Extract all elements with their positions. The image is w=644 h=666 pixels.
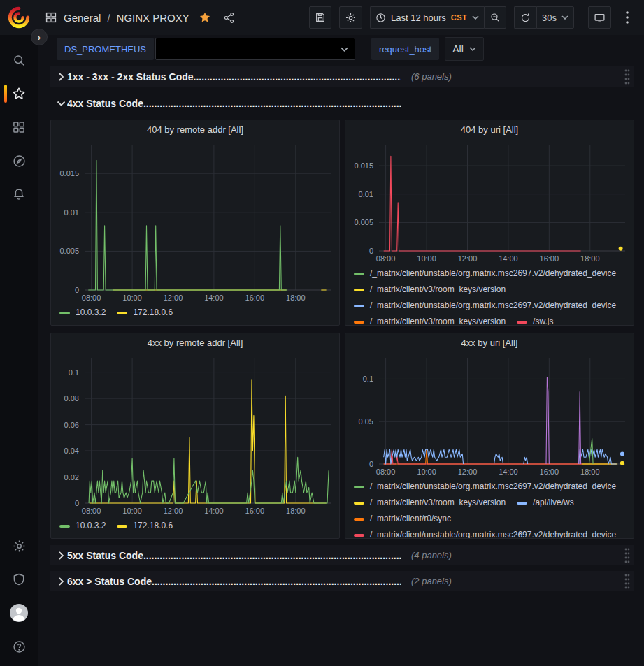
- sidebar-expand-toggle[interactable]: ›: [31, 29, 48, 45]
- legend-item[interactable]: /sw.js: [517, 314, 553, 325]
- share-icon[interactable]: [223, 12, 235, 24]
- chart-svg: 08:0010:0012:0014:0016:0018:0000.0050.01…: [52, 139, 338, 304]
- panel-legend: /_matrix/client/unstable/org.matrix.msc2…: [345, 478, 634, 538]
- refresh-button[interactable]: [514, 6, 536, 29]
- svg-text:0.01: 0.01: [64, 208, 79, 217]
- chevron-right-icon: [55, 73, 67, 81]
- legend-item[interactable]: /_matrix/client/v3/room_keys/version: [354, 495, 506, 511]
- sidebar-item-configuration[interactable]: [0, 529, 38, 563]
- svg-text:12:00: 12:00: [458, 468, 478, 476]
- svg-text:0.08: 0.08: [64, 394, 79, 403]
- sidebar-item-server-admin[interactable]: [0, 563, 38, 596]
- panel-legend: 10.0.3.2172.18.0.6: [51, 517, 339, 538]
- chevron-down-icon: [341, 47, 348, 52]
- legend-item[interactable]: /_matrix/client/r0/sync: [354, 511, 451, 527]
- sidebar-item-dashboards[interactable]: [0, 110, 38, 144]
- legend-row: 10.0.3.2172.18.0.6: [59, 305, 339, 321]
- legend-item[interactable]: /_matrix/client/v3/room_keys/version: [354, 282, 506, 298]
- monitor-icon: [594, 12, 606, 24]
- chevron-right-icon: [55, 577, 67, 586]
- panel-title[interactable]: 4xx by uri [All]: [345, 333, 634, 352]
- legend-item[interactable]: /_matrix/client/v3/room_keys/version: [354, 314, 506, 325]
- legend-item[interactable]: 10.0.3.2: [59, 305, 106, 321]
- row-dotted-leader: ........................................…: [194, 71, 401, 82]
- legend-item[interactable]: /_matrix/client/unstable/org.matrix.msc2…: [354, 527, 616, 538]
- svg-text:08:00: 08:00: [82, 507, 101, 515]
- legend-series-label: 10.0.3.2: [76, 305, 106, 321]
- panel-404-by-uri: 404 by uri [All] 08:0010:0012:0014:0016:…: [345, 120, 634, 326]
- legend-item[interactable]: /_matrix/client/unstable/org.matrix.msc2…: [354, 298, 616, 314]
- time-series-chart[interactable]: 08:0010:0012:0014:0016:0018:0000.0050.01…: [52, 139, 338, 304]
- time-series-chart[interactable]: 08:0010:0012:0014:0016:0018:0000.0050.01…: [347, 139, 632, 265]
- dashboard-canvas: 1xx - 3xx - 2xx Status Code ............…: [50, 66, 634, 591]
- svg-text:16:00: 16:00: [540, 254, 559, 263]
- variable-label-request-host[interactable]: request_host: [371, 38, 439, 60]
- chart-svg: 08:0010:0012:0014:0016:0018:0000.0050.01…: [347, 139, 632, 265]
- svg-text:16:00: 16:00: [245, 294, 265, 302]
- row-drag-handle[interactable]: [624, 548, 631, 563]
- breadcrumb-separator: /: [107, 12, 110, 24]
- legend-item[interactable]: /_matrix/client/unstable/org.matrix.msc2…: [354, 266, 616, 282]
- row-drag-handle[interactable]: [624, 574, 631, 589]
- sidebar-item-alerting[interactable]: [0, 178, 38, 211]
- row-dotted-leader: ........................................…: [143, 98, 401, 109]
- row-4xx[interactable]: 4xx Status Code ........................…: [50, 93, 634, 113]
- legend-series-label: 172.18.0.6: [133, 518, 173, 534]
- datasource-select[interactable]: [155, 38, 355, 60]
- svg-text:10:00: 10:00: [122, 294, 142, 302]
- svg-text:0.1: 0.1: [69, 368, 79, 377]
- zoom-out-time-button[interactable]: [484, 6, 506, 29]
- refresh-interval-picker[interactable]: 30s: [536, 6, 574, 29]
- chart-svg: 08:0010:0012:0014:0016:0018:0000.050.1: [347, 352, 632, 478]
- svg-text:16:00: 16:00: [540, 468, 559, 476]
- row-drag-handle[interactable]: [624, 69, 631, 85]
- legend-series-label: /sw.js: [533, 314, 553, 325]
- panel-title[interactable]: 404 by remote addr [All]: [51, 120, 339, 139]
- legend-series-color: [354, 273, 364, 275]
- legend-series-label: /_matrix/client/unstable/org.matrix.msc2…: [370, 527, 616, 538]
- star-outline-icon: [11, 86, 27, 101]
- chevron-down-icon: [561, 15, 568, 20]
- save-dashboard-button[interactable]: [309, 6, 331, 29]
- panel-title[interactable]: 404 by uri [All]: [345, 120, 634, 139]
- row-1xx-3xx-2xx[interactable]: 1xx - 3xx - 2xx Status Code ............…: [50, 66, 634, 87]
- svg-text:10:00: 10:00: [122, 507, 142, 515]
- svg-text:0: 0: [75, 286, 79, 294]
- time-series-chart[interactable]: 08:0010:0012:0014:0016:0018:0000.050.1: [347, 352, 632, 478]
- kiosk-mode-button[interactable]: [588, 6, 611, 29]
- favorite-star-icon[interactable]: [199, 11, 211, 24]
- sidebar-item-explore[interactable]: [0, 144, 38, 178]
- legend-item[interactable]: 172.18.0.6: [117, 518, 173, 534]
- request-host-select[interactable]: All: [445, 37, 484, 61]
- time-range-picker[interactable]: Last 12 hours CST: [370, 6, 484, 29]
- variable-label-ds-prometheus[interactable]: DS_PROMETHEUS: [57, 38, 154, 60]
- svg-text:0: 0: [75, 499, 79, 507]
- dashboard-settings-button[interactable]: [339, 6, 362, 29]
- sidebar-item-help[interactable]: [0, 630, 38, 663]
- legend-item[interactable]: 172.18.0.6: [117, 305, 173, 321]
- timezone-label: CST: [451, 13, 467, 22]
- sidebar-item-starred[interactable]: [0, 77, 38, 110]
- dashboard-title[interactable]: NGINX PROXY: [117, 12, 189, 24]
- more-options-button[interactable]: [619, 6, 636, 29]
- legend-item[interactable]: /api/live/ws: [517, 495, 574, 511]
- row-5xx[interactable]: 5xx Status Code ........................…: [50, 545, 634, 565]
- legend-item[interactable]: /_matrix/client/unstable/org.matrix.msc2…: [354, 479, 616, 495]
- row-6xx[interactable]: 6xx > Status Code ......................…: [50, 571, 634, 591]
- panel-title[interactable]: 4xx by remote addr [All]: [51, 333, 339, 352]
- svg-text:08:00: 08:00: [376, 254, 396, 263]
- legend-series-color: [354, 502, 364, 505]
- legend-item[interactable]: 10.0.3.2: [59, 518, 106, 534]
- sidebar-item-profile[interactable]: [0, 596, 38, 630]
- time-series-chart[interactable]: 08:0010:0012:0014:0016:0018:0000.020.040…: [52, 352, 338, 517]
- legend-row: /_matrix/client/unstable/org.matrix.msc2…: [354, 298, 634, 314]
- legend-series-color: [354, 305, 364, 307]
- legend-series-label: /_matrix/client/unstable/org.matrix.msc2…: [370, 479, 616, 495]
- panel-4xx-by-remote-addr: 4xx by remote addr [All] 08:0010:0012:00…: [50, 333, 340, 539]
- breadcrumb-folder[interactable]: General: [64, 12, 101, 24]
- shield-icon: [12, 572, 26, 586]
- grafana-logo[interactable]: [7, 6, 31, 29]
- svg-text:08:00: 08:00: [376, 468, 396, 476]
- sidebar-item-search[interactable]: [0, 43, 38, 77]
- legend-row: /_matrix/client/unstable/org.matrix.msc2…: [354, 479, 634, 495]
